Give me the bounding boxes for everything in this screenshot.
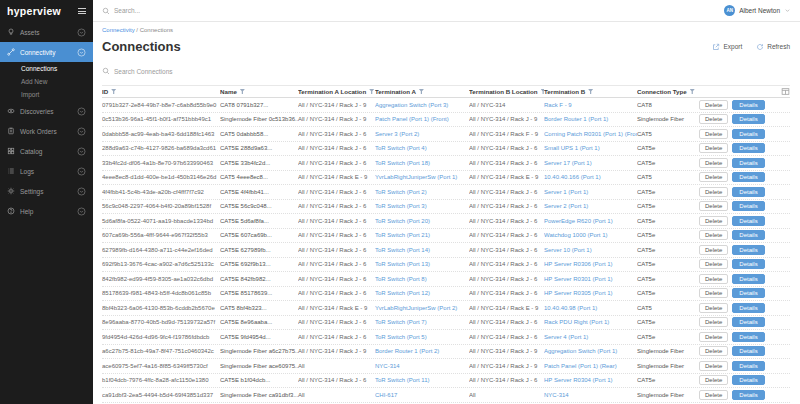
details-button[interactable]: Details [732, 158, 764, 168]
termination-a-link[interactable]: ToR Switch (Port 3) [375, 203, 469, 209]
delete-button[interactable]: Delete [699, 274, 728, 284]
termination-a-link[interactable]: Border Router 1 (Port 2) [375, 348, 469, 354]
sidebar-item-connectivity[interactable]: Connectivity [0, 42, 93, 62]
termination-b-link[interactable]: HP Server R0306 (Port 1) [544, 261, 637, 267]
termination-b-link[interactable]: Rack PDU Right (Port 1) [544, 319, 637, 325]
details-button[interactable]: Details [732, 303, 764, 313]
delete-button[interactable]: Delete [699, 100, 728, 110]
delete-button[interactable]: Delete [699, 390, 728, 400]
details-button[interactable]: Details [732, 361, 764, 371]
termination-a-link[interactable]: CHI-617 [375, 392, 469, 398]
termination-b-link[interactable]: HP Server R0301 (Port 1) [544, 276, 637, 282]
sidebar-item-catalog[interactable]: Catalog [0, 141, 93, 161]
termination-b-link[interactable]: Corning Patch R0301 (Port 1) (Front) [544, 131, 637, 137]
delete-button[interactable]: Delete [699, 230, 728, 240]
column-header-name[interactable]: Name [220, 88, 298, 95]
details-button[interactable]: Details [732, 187, 764, 197]
termination-a-link[interactable]: ToR Switch (Port 14) [375, 247, 469, 253]
termination-a-link[interactable]: ToR Switch (Port 20) [375, 218, 469, 224]
filter-icon[interactable] [369, 89, 374, 94]
termination-a-link[interactable]: Aggregation Switch (Port 3) [375, 102, 469, 108]
details-button[interactable]: Details [732, 172, 764, 182]
column-header-termination-a[interactable]: Termination A [375, 88, 469, 95]
sidebar-item-logs[interactable]: Logs [0, 161, 93, 181]
termination-b-link[interactable]: Server 4 (Port 1) [544, 334, 637, 340]
termination-a-link[interactable]: ToR Switch (Port 2) [375, 189, 469, 195]
delete-button[interactable]: Delete [699, 172, 728, 182]
details-button[interactable]: Details [732, 143, 764, 153]
termination-b-link[interactable]: Server 2 (Port 1) [544, 203, 637, 209]
filter-icon[interactable] [541, 89, 544, 94]
breadcrumb-connectivity-link[interactable]: Connectivity [102, 27, 135, 33]
details-button[interactable]: Details [732, 317, 764, 327]
termination-b-link[interactable]: Border Router 1 (Port 1) [544, 116, 637, 122]
column-header-connection-type[interactable]: Connection Type [637, 88, 699, 95]
termination-b-link[interactable]: Rack F - 9 [544, 102, 637, 108]
delete-button[interactable]: Delete [699, 114, 728, 124]
termination-a-link[interactable]: YvrLabRightJuniperSw (Port 1) [375, 174, 469, 180]
details-button[interactable]: Details [732, 129, 764, 139]
filter-icon[interactable] [240, 89, 245, 94]
termination-a-link[interactable]: ToR Switch (Port 8) [375, 276, 469, 282]
chevron-circle-icon[interactable] [77, 207, 86, 216]
details-button[interactable]: Details [732, 114, 764, 124]
column-header-termination-b[interactable]: Termination B [544, 88, 637, 95]
details-button[interactable]: Details [732, 375, 764, 385]
sidebar-subitem-add-new[interactable]: Add New [0, 75, 93, 88]
column-header-termination-b-location[interactable]: Termination B Location [469, 88, 544, 95]
details-button[interactable]: Details [732, 216, 764, 226]
sidebar-subitem-connections[interactable]: Connections [0, 62, 93, 75]
chevron-circle-icon[interactable] [77, 48, 86, 57]
termination-b-link[interactable]: Server 10 (Port 1) [544, 247, 637, 253]
termination-b-link[interactable]: 10.40.40.166 (Port 1) [544, 174, 637, 180]
sidebar-item-help[interactable]: Help [0, 201, 93, 221]
chevron-circle-icon[interactable] [77, 127, 86, 136]
termination-b-link[interactable]: Small UPS 1 (Port 1) [544, 145, 637, 151]
termination-b-link[interactable]: HP Server R0304 (Port 1) [544, 377, 637, 383]
termination-a-link[interactable]: ToR Switch (Port 11) [375, 377, 469, 383]
delete-button[interactable]: Delete [699, 288, 728, 298]
termination-b-link[interactable]: Server 17 (Port 1) [544, 160, 637, 166]
termination-b-link[interactable]: 10.40.40.98 (Port 1) [544, 305, 637, 311]
filter-icon[interactable] [588, 89, 593, 94]
column-header-termination-a-location[interactable]: Termination A Location [298, 88, 375, 95]
details-button[interactable]: Details [732, 390, 764, 400]
user-menu[interactable]: AN Albert Newton [724, 5, 791, 16]
termination-a-link[interactable]: Patch Panel (Port 1) (Front) [375, 116, 469, 122]
export-button[interactable]: Export [712, 43, 742, 51]
delete-button[interactable]: Delete [699, 143, 728, 153]
global-search-input[interactable] [114, 7, 234, 14]
termination-a-link[interactable]: ToR Switch (Port 21) [375, 232, 469, 238]
column-header-id[interactable]: ID [102, 88, 220, 95]
filter-icon[interactable] [419, 89, 424, 94]
details-button[interactable]: Details [732, 100, 764, 110]
termination-b-link[interactable]: Aggregation Switch (Port 1) [544, 348, 637, 354]
details-button[interactable]: Details [732, 288, 764, 298]
delete-button[interactable]: Delete [699, 303, 728, 313]
termination-a-link[interactable]: YvrLabRightJuniperSw (Port 2) [375, 305, 469, 311]
details-button[interactable]: Details [732, 332, 764, 342]
details-button[interactable]: Details [732, 274, 764, 284]
details-button[interactable]: Details [732, 346, 764, 356]
termination-a-link[interactable]: ToR Switch (Port 12) [375, 290, 469, 296]
chevron-circle-icon[interactable] [77, 167, 86, 176]
delete-button[interactable]: Delete [699, 346, 728, 356]
delete-button[interactable]: Delete [699, 216, 728, 226]
delete-button[interactable]: Delete [699, 129, 728, 139]
delete-button[interactable]: Delete [699, 361, 728, 371]
delete-button[interactable]: Delete [699, 245, 728, 255]
details-button[interactable]: Details [732, 245, 764, 255]
termination-a-link[interactable]: ToR Switch (Port 4) [375, 145, 469, 151]
termination-a-link[interactable]: NYC-314 [375, 363, 469, 369]
chevron-circle-icon[interactable] [77, 187, 86, 196]
filter-icon[interactable] [111, 89, 116, 94]
details-button[interactable]: Details [732, 230, 764, 240]
termination-a-link[interactable]: ToR Switch (Port 7) [375, 319, 469, 325]
termination-a-link[interactable]: ToR Switch (Port 5) [375, 334, 469, 340]
delete-button[interactable]: Delete [699, 259, 728, 269]
sidebar-item-work-orders[interactable]: Work Orders [0, 121, 93, 141]
sidebar-subitem-import[interactable]: Import [0, 88, 93, 101]
termination-b-link[interactable]: Patch Panel (Port 1) (Rear) [544, 363, 637, 369]
sidebar-item-assets[interactable]: Assets [0, 22, 93, 42]
termination-a-link[interactable]: Server 3 (Port 2) [375, 131, 469, 137]
